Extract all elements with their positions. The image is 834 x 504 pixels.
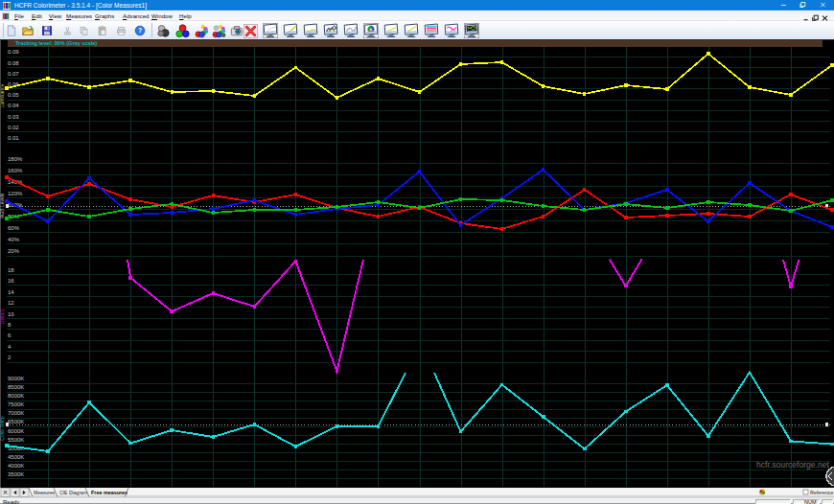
svg-text:4500K: 4500K	[8, 454, 24, 460]
svg-text:0.08: 0.08	[8, 60, 19, 66]
svg-text:60%: 60%	[8, 225, 20, 231]
svg-text:160%: 160%	[8, 168, 23, 173]
svg-text:18: 18	[8, 267, 14, 273]
svg-text:7500K: 7500K	[8, 401, 24, 407]
svg-text:RGB Levels: RGB Levels	[0, 193, 5, 218]
svg-text:5500K: 5500K	[8, 437, 24, 443]
svg-text:8500K: 8500K	[8, 384, 24, 390]
svg-text:hcfr.sourceforge.net: hcfr.sourceforge.net	[756, 460, 830, 470]
svg-text:12: 12	[8, 300, 14, 306]
svg-text:Free measures: Free measures	[91, 490, 127, 495]
svg-text:0.01: 0.01	[8, 135, 19, 141]
svg-text:Luminance: Luminance	[0, 84, 5, 108]
svg-text:120%: 120%	[8, 191, 23, 196]
svg-text:0.05: 0.05	[8, 92, 19, 98]
svg-text:Reference: Reference	[810, 490, 833, 495]
svg-text:14: 14	[8, 289, 14, 295]
svg-text:20%: 20%	[8, 248, 20, 254]
svg-text:16: 16	[8, 278, 14, 284]
svg-text:180%: 180%	[8, 156, 23, 162]
svg-text:4000K: 4000K	[8, 463, 24, 469]
svg-text:?: ?	[137, 27, 141, 34]
svg-text:Delta E: Delta E	[0, 308, 5, 324]
svg-text:10: 10	[8, 311, 14, 317]
svg-text:9000K: 9000K	[8, 376, 24, 381]
svg-text:3500K: 3500K	[8, 471, 24, 477]
svg-text:0.03: 0.03	[8, 114, 19, 120]
svg-text:Tracking level: 30% (Gray scal: Tracking level: 30% (Gray scale)	[15, 40, 97, 46]
svg-text:6000K: 6000K	[8, 428, 24, 434]
svg-text:Color Temp: Color Temp	[0, 416, 5, 441]
svg-text:0.04: 0.04	[8, 103, 19, 108]
svg-text:40%: 40%	[8, 237, 20, 242]
svg-text:0.07: 0.07	[8, 71, 19, 77]
svg-text:CIE Diagram: CIE Diagram	[59, 490, 87, 495]
svg-text:7000K: 7000K	[8, 410, 24, 416]
svg-text:0.02: 0.02	[8, 125, 19, 130]
svg-text:8000K: 8000K	[8, 393, 24, 399]
svg-text:Measures: Measures	[34, 490, 56, 495]
svg-text:0.09: 0.09	[8, 49, 19, 55]
